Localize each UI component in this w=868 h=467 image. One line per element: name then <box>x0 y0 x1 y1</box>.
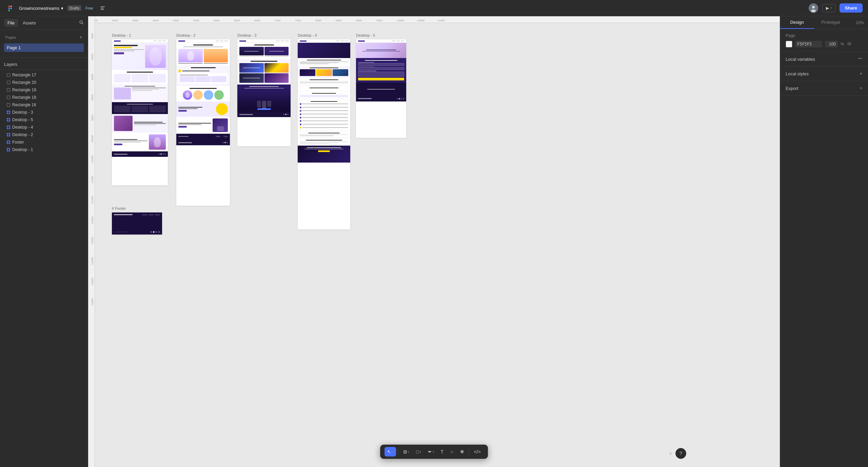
play-icon: ▶ <box>826 6 829 11</box>
user-avatar[interactable] <box>809 3 818 13</box>
layer-label-rect20: Rectangle 20 <box>12 80 36 85</box>
divider <box>0 57 88 58</box>
toggle-sidebar-btn[interactable] <box>97 4 108 12</box>
svg-point-15 <box>860 58 861 59</box>
frame-tool[interactable]: ⊞ ▾ <box>400 447 412 456</box>
desktop5-frame[interactable] <box>356 39 406 138</box>
local-styles-section: Local styles + <box>780 67 868 81</box>
ruler-mark-v: 14000 <box>91 298 94 305</box>
footer-wrapper: # Footer <box>112 206 162 235</box>
help-button[interactable]: ? <box>675 448 686 459</box>
design-tab[interactable]: Design <box>780 16 814 29</box>
svg-rect-5 <box>101 6 105 7</box>
page-item[interactable]: Page 1 <box>4 43 84 52</box>
layer-item-rect19[interactable]: Rectangle 19 <box>0 86 88 94</box>
ruler-mark: 9000 <box>356 19 362 22</box>
pen-chevron: ▾ <box>433 450 434 453</box>
svg-point-10 <box>811 10 816 12</box>
main-area: File Assets Pages + Page 1 <box>0 16 868 467</box>
ruler-mark: 4000 <box>153 19 159 22</box>
select-tool[interactable]: ↖ ▾ <box>384 447 396 456</box>
free-label: Free <box>85 6 93 10</box>
add-export-btn[interactable]: + <box>860 85 863 91</box>
layers-header: Layers <box>0 59 88 70</box>
local-variables-section: Local variables <box>780 52 868 67</box>
canvas-area[interactable]: 2500 3000 3500 4000 4500 5000 5500 6000 … <box>88 16 780 467</box>
ruler-mark: 8000 <box>315 19 321 22</box>
layer-item-rect18[interactable]: Rectangle 18 <box>0 94 88 101</box>
layer-item-rect16[interactable]: Rectangle 16 <box>0 101 88 109</box>
drafts-label: Drafts <box>67 5 81 11</box>
search-btn[interactable] <box>79 19 84 27</box>
ruler-mark: 11000 <box>437 19 445 22</box>
local-variables-label: Local variables <box>786 57 815 62</box>
plus-icon: + <box>860 71 863 76</box>
local-styles-label: Local styles <box>786 71 809 76</box>
layer-item-desktop4[interactable]: Desktop - 4 <box>0 124 88 131</box>
prototype-tab[interactable]: Prototype <box>814 16 848 29</box>
desktop4-frame[interactable] <box>298 39 350 229</box>
frame-icon <box>7 133 10 136</box>
page-opacity-input[interactable] <box>825 41 838 48</box>
footer-canvas-label: # Footer <box>112 206 162 210</box>
topbar: Growincomestreams ▾ Drafts Free ▶ ▾ Shar <box>0 0 868 16</box>
desktop2-label: Desktop - 2 <box>176 33 230 37</box>
layer-item-rect17[interactable]: Rectangle 17 <box>0 71 88 79</box>
assets-tab[interactable]: Assets <box>19 19 39 27</box>
desktop2-frame[interactable]: 4.5k+ 71k+ <box>176 39 230 206</box>
ai-sparkle-btn[interactable]: ✦ <box>668 450 673 457</box>
app-chevron[interactable]: ▾ <box>61 6 63 11</box>
add-local-style-btn[interactable]: + <box>860 71 863 77</box>
local-variables-row: Local variables <box>786 56 863 62</box>
export-plus-icon: + <box>860 85 863 91</box>
desktop1-frame[interactable] <box>112 39 168 185</box>
shape-tool[interactable]: □ ▾ <box>413 447 423 456</box>
export-label: Export <box>786 86 798 91</box>
svg-rect-1 <box>11 5 12 7</box>
layer-item-desktop1[interactable]: Desktop - 1 <box>0 146 88 153</box>
ruler-mark-v: 11500 <box>91 196 94 204</box>
app-name: Growincomestreams <box>19 6 59 11</box>
pen-tool[interactable]: ✒ ▾ <box>425 447 437 456</box>
ruler-left: 7500 8000 8500 9000 9500 10000 10500 110… <box>88 16 95 467</box>
select-icon: ↖ <box>387 449 391 454</box>
layer-item-rect20[interactable]: Rectangle 20 <box>0 79 88 86</box>
code-tool[interactable]: </> <box>471 447 484 456</box>
footer-frame[interactable] <box>112 212 162 235</box>
desktop3-frame[interactable] <box>237 39 291 146</box>
page-color-swatch[interactable] <box>786 41 792 48</box>
app-logo[interactable] <box>5 3 15 13</box>
ruler-mark-v: 13000 <box>91 257 94 265</box>
components-tool[interactable]: ❋ <box>457 447 467 456</box>
play-btn[interactable]: ▶ ▾ <box>822 4 835 12</box>
svg-point-16 <box>859 58 860 59</box>
ruler-mark-v: 8500 <box>91 74 94 80</box>
add-page-btn[interactable]: + <box>79 35 82 40</box>
share-button[interactable]: Share <box>840 3 863 13</box>
frame-chevron: ▾ <box>408 450 409 453</box>
ruler-mark-v: 12000 <box>91 217 94 224</box>
svg-point-17 <box>861 58 862 59</box>
ruler-top: 2500 3000 3500 4000 4500 5000 5500 6000 … <box>88 16 780 23</box>
file-tab[interactable]: File <box>4 19 18 27</box>
layer-item-desktop5[interactable]: Desktop - 5 <box>0 116 88 124</box>
layer-item-footer[interactable]: Footer <box>0 138 88 146</box>
page-color-input[interactable] <box>795 41 822 48</box>
mc-footer <box>112 151 168 157</box>
ruler-mark: 6000 <box>234 19 240 22</box>
pages-title: Pages <box>5 35 16 39</box>
layers-title: Layers <box>4 62 17 67</box>
ruler-mark: 3000 <box>112 19 118 22</box>
frame-icon <box>7 111 10 114</box>
topbar-right: ▶ ▾ Share <box>809 3 863 13</box>
app-name-group: Growincomestreams ▾ <box>19 5 63 11</box>
ruler-mark: 7500 <box>295 19 301 22</box>
layer-item-desktop3[interactable]: Desktop - 3 <box>0 109 88 116</box>
visibility-toggle[interactable] <box>847 41 852 47</box>
local-variables-settings-btn[interactable] <box>858 56 863 62</box>
desktop3-wrapper: Desktop - 3 <box>237 33 291 146</box>
layer-item-desktop2[interactable]: Desktop - 2 <box>0 131 88 138</box>
ruler-mark: 10000 <box>397 19 404 22</box>
text-tool[interactable]: T <box>438 447 447 456</box>
ellipse-tool[interactable]: ○ <box>448 447 456 456</box>
